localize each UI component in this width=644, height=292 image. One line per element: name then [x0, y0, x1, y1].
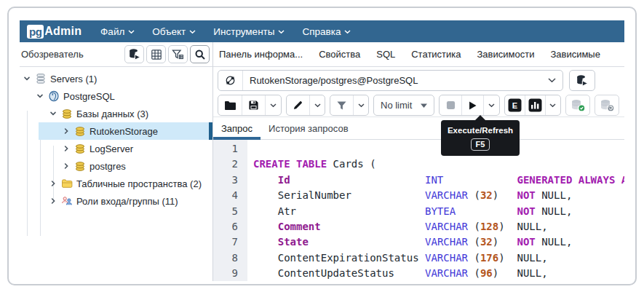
tab-dependents[interactable]: Зависимые [550, 49, 600, 60]
caret-down-icon [421, 103, 427, 108]
line-number: 3 [213, 173, 238, 188]
tab-query[interactable]: Запрос [213, 117, 261, 139]
filter-button[interactable] [168, 45, 188, 63]
chevron-down-icon[interactable] [22, 75, 32, 82]
row-limit-select[interactable]: No limit [373, 95, 434, 116]
database-execute-button[interactable] [124, 45, 144, 63]
code-line: Atr BYTEA NOT NULL, [253, 204, 624, 219]
code-line: ContentUpdateStatus VARCHAR (96) NULL, [253, 266, 624, 281]
database-icon [73, 160, 87, 172]
filter-menu-button[interactable] [353, 95, 368, 115]
stop-icon [446, 100, 456, 110]
tab-query-history[interactable]: История запросов [261, 117, 357, 139]
tree-item-label: Роли входа/группы (11) [76, 196, 178, 207]
explain-button[interactable]: E [505, 95, 525, 115]
tab-properties[interactable]: Свойства [319, 49, 360, 60]
menu-help[interactable]: Справка [302, 26, 351, 37]
filter-rows-button[interactable] [330, 95, 353, 115]
tree-item-label: Табличные пространства (2) [76, 178, 202, 189]
folder-icon [224, 100, 236, 111]
database-connect-icon [576, 74, 589, 87]
server-group-icon [34, 73, 47, 84]
chevron-down-icon[interactable] [48, 110, 58, 117]
line-number: 9 [213, 266, 238, 281]
rollback-button[interactable] [595, 95, 619, 116]
execute-tooltip: Execute/Refresh F5 [441, 120, 520, 156]
menu-object[interactable]: Объект [152, 26, 196, 37]
grid-view-button[interactable] [146, 45, 166, 63]
tree-item-databases[interactable]: Базы данных (3) [20, 105, 212, 122]
connection-selector[interactable]: RutokenStorage/postgres@PostgreSQL [218, 70, 563, 91]
chevron-right-icon[interactable] [48, 197, 58, 205]
tree-item-label: RutokenStorage [90, 126, 158, 137]
save-button[interactable] [242, 95, 265, 115]
database-collection-icon [60, 108, 73, 119]
code-line: ContentExpirationStatus VARCHAR (176) NU… [253, 250, 624, 266]
tree-item-label: postgres [90, 161, 126, 172]
postgresql-icon [47, 90, 60, 102]
open-file-button[interactable] [218, 95, 242, 115]
connection-status-icon [218, 71, 243, 90]
tab-dashboard[interactable]: Панель информа... [219, 49, 303, 60]
commit-button[interactable] [565, 95, 590, 116]
menu-tools[interactable]: Инструменты [213, 26, 285, 37]
chevron-down-icon [344, 30, 351, 34]
tab-sql[interactable]: SQL [376, 49, 395, 60]
tree-item-postgres[interactable]: postgres [20, 157, 212, 175]
grid-icon [151, 49, 162, 60]
svg-text:E: E [512, 101, 517, 110]
login-roles-icon [60, 195, 73, 207]
new-connection-button[interactable] [569, 70, 595, 91]
tab-statistics[interactable]: Статистика [411, 49, 461, 60]
chevron-right-icon[interactable] [61, 145, 71, 152]
document-tabs: Панель информа... Свойства SQL Статистик… [213, 42, 624, 67]
sql-editor[interactable]: 123456789 CREATE TABLE Cards ( Id INT GE… [213, 140, 624, 281]
tab-dependencies[interactable]: Зависимости [477, 49, 535, 60]
menu-file[interactable]: Файл [100, 26, 135, 37]
rollback-icon [600, 99, 615, 112]
cancel-query-button[interactable] [440, 95, 461, 115]
chevron-right-icon[interactable] [61, 127, 71, 135]
filter-icon [172, 49, 184, 60]
tree-item-tablespaces[interactable]: Табличные пространства (2) [20, 175, 212, 192]
code-line: Id INT GENERATED ALWAYS AS [253, 173, 624, 188]
line-number: 5 [213, 204, 238, 219]
execute-button[interactable] [461, 95, 483, 115]
explain-analyze-button[interactable] [525, 95, 544, 115]
code-area[interactable]: CREATE TABLE Cards ( Id INT GENERATED AL… [247, 140, 624, 281]
tooltip-shortcut-key: F5 [471, 138, 490, 151]
logo-pg-badge: pg [27, 25, 44, 39]
line-number: 7 [213, 234, 238, 250]
save-menu-button[interactable] [265, 95, 281, 115]
line-number: 6 [213, 219, 238, 234]
tree-item-servers[interactable]: Servers (1) [20, 70, 212, 87]
commit-icon [571, 99, 586, 112]
tree-item-rutokenstorage[interactable]: RutokenStorage [20, 122, 212, 140]
tree-item-postgresql[interactable]: PostgreSQL [20, 87, 212, 105]
connection-row: RutokenStorage/postgres@PostgreSQL [213, 67, 624, 94]
line-number: 2 [213, 157, 238, 172]
line-number: 1 [213, 141, 238, 157]
edit-button[interactable] [287, 95, 309, 115]
chevron-down-icon [488, 103, 495, 108]
tree-item-login-roles[interactable]: Роли входа/группы (11) [20, 192, 212, 210]
play-icon [468, 100, 477, 111]
tablespace-folder-icon [60, 178, 73, 189]
edit-menu-button[interactable] [309, 95, 325, 115]
chevron-down-icon[interactable] [35, 92, 45, 100]
chevron-right-icon[interactable] [61, 162, 71, 170]
explain-menu-button[interactable] [545, 95, 560, 115]
browser-tree: Servers (1)PostgreSQLБазы данных (3)Ruto… [20, 67, 212, 210]
chevron-right-icon[interactable] [48, 180, 58, 187]
code-line: CREATE TABLE Cards ( [253, 157, 624, 172]
database-icon [73, 143, 87, 154]
chevron-down-icon [278, 30, 285, 34]
search-button[interactable] [190, 45, 210, 63]
pgadmin-logo: pgAdmin [27, 25, 82, 39]
tree-item-label: PostgreSQL [63, 91, 115, 102]
screenshot-stage: pgAdmin Файл Объект Инструменты Справка [0, 0, 644, 292]
chevron-down-icon [128, 30, 135, 34]
tree-item-logserver[interactable]: LogServer [20, 140, 212, 157]
execute-menu-button[interactable] [483, 95, 499, 115]
search-icon [194, 49, 206, 60]
